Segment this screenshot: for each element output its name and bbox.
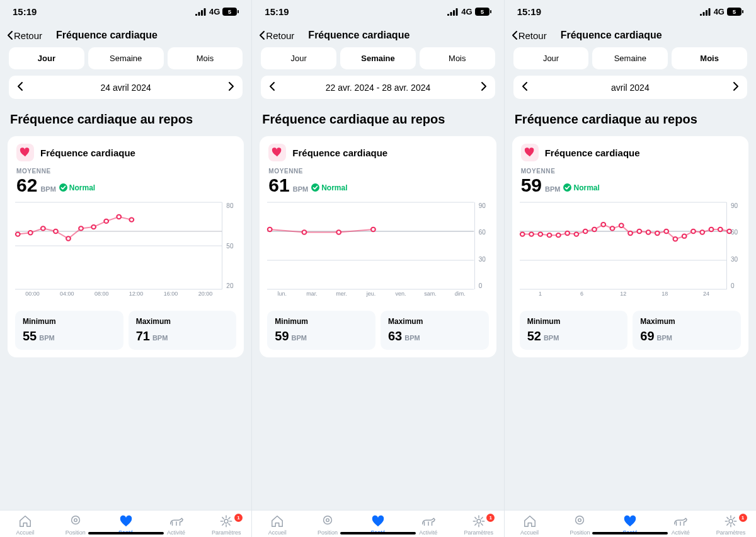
max-value: 63 xyxy=(388,329,402,344)
date-prev[interactable] xyxy=(270,82,275,93)
date-next[interactable] xyxy=(481,82,486,93)
tab-jour[interactable]: Jour xyxy=(513,47,589,69)
svg-point-83 xyxy=(601,222,605,226)
status-badge: Normal xyxy=(311,183,347,192)
tab-jour[interactable]: Jour xyxy=(9,47,84,69)
svg-rect-61 xyxy=(700,14,702,16)
tab-semaine[interactable]: Semaine xyxy=(592,47,668,69)
max-unit: BPM xyxy=(152,334,168,342)
nav-label: Activité xyxy=(419,529,437,536)
svg-point-46 xyxy=(268,228,272,231)
page-title: Fréquence cardiaque xyxy=(56,30,158,41)
hr-card: Fréquence cardiaqueMOYENNE59BPMNormal906… xyxy=(512,136,748,357)
svg-rect-62 xyxy=(702,12,704,16)
svg-rect-0 xyxy=(195,14,197,16)
status-time: 15:19 xyxy=(13,6,37,17)
nav-accueil[interactable]: Accueil xyxy=(252,514,302,536)
date-navigator: avril 2024 xyxy=(513,76,747,99)
min-value: 59 xyxy=(275,329,289,344)
min-box: Minimum55BPM xyxy=(15,311,123,350)
nav-label: Paramètres xyxy=(212,529,241,536)
min-label: Minimum xyxy=(23,317,116,326)
svg-line-58 xyxy=(475,517,476,519)
svg-text:5: 5 xyxy=(733,9,736,15)
tab-mois[interactable]: Mois xyxy=(672,47,747,69)
chart: 9060300lun.mar.mer.jeu.ven.sam.dim. xyxy=(267,202,492,303)
min-unit: BPM xyxy=(292,334,307,342)
nav-label: Position xyxy=(66,529,86,536)
nav-accueil[interactable]: Accueil xyxy=(505,514,555,536)
svg-point-21 xyxy=(129,217,134,221)
chart: 906030016121824 xyxy=(520,202,745,303)
svg-point-17 xyxy=(79,226,83,230)
home-indicator xyxy=(88,532,164,534)
back-button[interactable]: Retour xyxy=(8,30,42,41)
phone-screen: 15:194G5RetourFréquence cardiaqueJourSem… xyxy=(505,0,756,537)
svg-rect-64 xyxy=(708,8,710,16)
svg-rect-2 xyxy=(201,10,203,16)
status-badge: Normal xyxy=(59,183,95,192)
period-tabs: JourSemaineMois xyxy=(505,47,756,69)
date-next[interactable] xyxy=(733,82,738,93)
battery-icon: 5 xyxy=(475,8,491,16)
svg-point-98 xyxy=(576,516,584,524)
period-tabs: JourSemaineMois xyxy=(252,47,503,69)
tab-jour[interactable]: Jour xyxy=(261,47,336,69)
max-value: 71 xyxy=(136,329,150,344)
card-title: Fréquence cardiaque xyxy=(545,147,640,158)
nav-paramètres[interactable]: Paramètres1 xyxy=(454,514,504,536)
date-prev[interactable] xyxy=(18,82,23,93)
svg-text:5: 5 xyxy=(481,9,484,15)
nav-paramètres[interactable]: Paramètres1 xyxy=(201,514,251,536)
svg-point-91 xyxy=(673,237,677,241)
svg-point-18 xyxy=(91,225,96,229)
svg-line-28 xyxy=(222,524,224,525)
date-prev[interactable] xyxy=(522,82,527,93)
svg-line-26 xyxy=(229,524,230,525)
svg-line-60 xyxy=(481,517,483,519)
chevron-left-icon xyxy=(512,31,517,40)
tab-semaine[interactable]: Semaine xyxy=(340,47,416,69)
svg-point-13 xyxy=(28,231,33,234)
svg-point-47 xyxy=(302,230,307,234)
max-box: Maximum63BPM xyxy=(381,311,489,350)
nav-accueil[interactable]: Accueil xyxy=(0,514,50,536)
card-title: Fréquence cardiaque xyxy=(292,147,387,158)
x-axis: lun.mar.mer.jeu.ven.sam.dim. xyxy=(267,291,474,303)
heart-icon xyxy=(119,514,133,528)
svg-point-86 xyxy=(628,231,633,235)
settings-badge: 1 xyxy=(486,514,495,522)
min-value: 55 xyxy=(23,329,37,344)
svg-point-87 xyxy=(637,229,641,233)
svg-point-15 xyxy=(54,229,58,233)
avg-caption: MOYENNE xyxy=(512,161,748,175)
back-button[interactable]: Retour xyxy=(512,30,547,41)
svg-point-90 xyxy=(664,229,668,233)
tab-semaine[interactable]: Semaine xyxy=(88,47,164,69)
date-label: 24 avril 2024 xyxy=(101,83,151,93)
tab-mois[interactable]: Mois xyxy=(420,47,495,69)
date-next[interactable] xyxy=(229,82,234,93)
svg-line-32 xyxy=(229,517,230,519)
svg-rect-38 xyxy=(490,10,491,13)
heart-sleep-icon xyxy=(268,144,286,161)
back-button[interactable]: Retour xyxy=(260,30,294,41)
check-icon xyxy=(563,183,571,192)
dog-icon xyxy=(421,514,436,528)
date-label: 22 avr. 2024 - 28 avr. 2024 xyxy=(326,83,431,93)
svg-point-84 xyxy=(610,226,614,230)
max-label: Maximum xyxy=(640,317,733,326)
min-label: Minimum xyxy=(275,317,368,326)
svg-point-85 xyxy=(619,224,624,228)
svg-line-56 xyxy=(475,524,476,525)
min-unit: BPM xyxy=(39,334,54,342)
nav-paramètres[interactable]: Paramètres1 xyxy=(706,514,756,536)
tab-mois[interactable]: Mois xyxy=(168,47,243,69)
section-title: Fréquence cardiaque au repos xyxy=(10,112,241,127)
phone-screen: 15:194G5RetourFréquence cardiaqueJourSem… xyxy=(252,0,504,537)
svg-point-96 xyxy=(718,228,723,231)
home-icon xyxy=(523,514,537,528)
dog-icon xyxy=(169,514,184,528)
signal-icon xyxy=(700,8,711,16)
y-axis: 805020 xyxy=(224,202,240,289)
